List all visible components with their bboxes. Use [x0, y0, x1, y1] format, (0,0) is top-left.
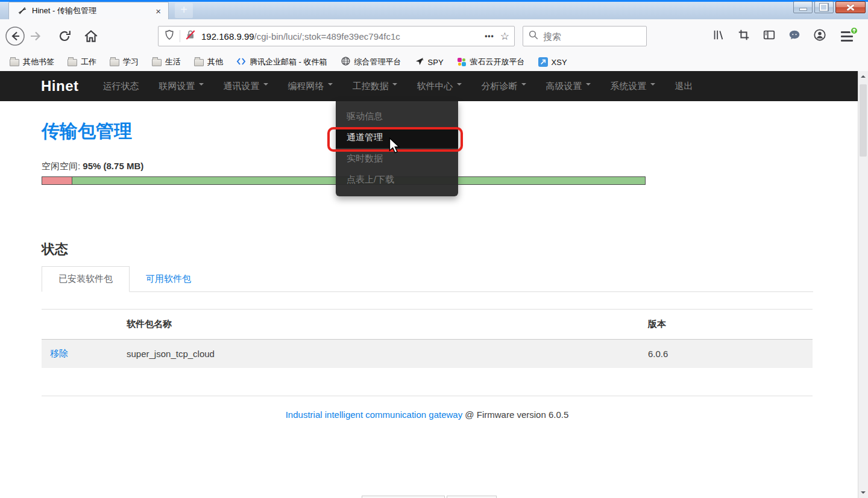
back-button[interactable]: [5, 26, 25, 46]
chevron-down-icon: [521, 83, 526, 88]
address-bar[interactable]: 192.168.9.99/cgi-bin/luci/;stok=489fe39e…: [158, 26, 515, 46]
header-version: 版本: [648, 319, 813, 330]
folder-icon: [68, 59, 77, 66]
nav-item-advanced-settings[interactable]: 高级设置: [546, 81, 591, 92]
nav-item-industrial-data[interactable]: 工控数据: [353, 81, 397, 92]
insecure-lock-icon[interactable]: [184, 29, 197, 43]
scroll-down-icon[interactable]: [861, 491, 866, 494]
sidebar-icon[interactable]: [763, 28, 776, 44]
bookmark-label: 腾讯企业邮箱 - 收件箱: [250, 57, 327, 67]
free-space-label: 空闲空间:: [42, 161, 80, 171]
update-available-badge: [850, 26, 858, 35]
plane-icon: [415, 57, 424, 68]
nav-item-software-center[interactable]: 软件中心: [417, 81, 462, 92]
menu-hamburger-icon[interactable]: [841, 31, 854, 42]
dropdown-item-realtime-data[interactable]: 实时数据: [336, 148, 458, 169]
nav-item-logout[interactable]: 退出: [675, 81, 693, 92]
chevron-down-icon: [263, 83, 268, 88]
tab-installed-packages[interactable]: 已安装软件包: [42, 266, 130, 292]
search-input[interactable]: [543, 31, 634, 42]
bookmark-spy[interactable]: SPY: [415, 57, 444, 68]
chevron-down-icon: [199, 83, 204, 88]
divider: [42, 396, 813, 396]
remove-link[interactable]: 移除: [50, 348, 68, 358]
browser-tab[interactable]: Hinet - 传输包管理 ×: [8, 2, 169, 19]
folder-icon: [152, 59, 162, 66]
nav-label: 软件中心: [417, 81, 453, 91]
bookmark-label: 工作: [81, 57, 96, 67]
restore-icon: [820, 4, 828, 11]
hinet-logo[interactable]: Hinet: [41, 78, 79, 95]
nav-item-run-status[interactable]: 运行状态: [103, 81, 139, 92]
close-icon: [846, 4, 855, 11]
forward-button[interactable]: [25, 26, 46, 46]
search-icon: [528, 30, 539, 43]
dropdown-item-point-table[interactable]: 点表上/下载: [336, 169, 458, 190]
divider: [180, 30, 180, 42]
nav-item-network-settings[interactable]: 联网设置: [159, 81, 204, 92]
bookmark-folder-work[interactable]: 工作: [68, 57, 96, 67]
chat-bubble-icon[interactable]: [788, 28, 801, 44]
page-actions-icon[interactable]: •••: [485, 32, 494, 40]
nav-item-programming-network[interactable]: 编程网络: [288, 81, 333, 92]
bookmark-ezviz[interactable]: 萤石云开放平台: [457, 57, 525, 67]
bookmark-tencent-mail[interactable]: 腾讯企业邮箱 - 收件箱: [236, 57, 327, 68]
bookmark-folder-misc[interactable]: 其他: [194, 57, 223, 67]
xsy-icon: [538, 57, 548, 67]
bookmark-management-platform[interactable]: 综合管理平台: [341, 56, 401, 68]
chevron-down-icon: [328, 83, 333, 88]
nav-item-comm-settings[interactable]: 通讯设置: [224, 81, 268, 92]
nav-item-analysis-diagnosis[interactable]: 分析诊断: [482, 81, 526, 92]
reload-button[interactable]: [54, 26, 75, 46]
bookmark-folder-other-bookmarks[interactable]: 其他书签: [10, 57, 54, 67]
vertical-scrollbar[interactable]: [858, 71, 868, 498]
nav-item-system-settings[interactable]: 系统设置: [611, 81, 655, 92]
bookmark-star-icon[interactable]: ☆: [500, 30, 509, 43]
dropdown-item-driver-info[interactable]: 驱动信息: [336, 106, 458, 127]
restore-button[interactable]: [814, 1, 834, 13]
hinet-favicon-icon: [17, 6, 27, 16]
dropdown-item-channel-management[interactable]: 通道管理: [336, 127, 458, 148]
bookmark-label: 其他: [207, 57, 223, 67]
free-space-value: 95% (8.75 MB): [83, 161, 143, 171]
nav-label: 运行状态: [103, 81, 139, 91]
url-host: 192.168.9.99: [201, 31, 254, 42]
search-bar[interactable]: [523, 26, 647, 46]
industrial-data-dropdown: 驱动信息 通道管理 实时数据 点表上/下载: [336, 101, 458, 196]
url-path: /cgi-bin/luci/;stok=489fe39ec794fc1c: [254, 31, 400, 42]
table-header-row: 软件包名称 版本: [42, 310, 813, 340]
new-tab-button[interactable]: +: [175, 3, 193, 18]
home-button[interactable]: [81, 26, 101, 46]
minimize-button[interactable]: [793, 1, 813, 13]
progress-used-segment: [42, 177, 72, 184]
bookmark-label: 综合管理平台: [354, 57, 401, 67]
bookmark-label: 其他书签: [23, 57, 54, 67]
bookmark-folder-life[interactable]: 生活: [152, 57, 181, 67]
tab-title: Hinet - 传输包管理: [32, 5, 153, 16]
tracking-shield-icon[interactable]: [163, 29, 175, 43]
chevron-down-icon: [392, 83, 397, 88]
close-window-button[interactable]: [835, 1, 866, 13]
screenshot-crop-icon[interactable]: [737, 28, 750, 44]
scroll-up-icon[interactable]: [861, 75, 866, 78]
dot: [458, 58, 462, 62]
close-tab-icon[interactable]: ×: [153, 6, 163, 16]
library-icon[interactable]: [712, 28, 725, 44]
nav-label: 系统设置: [611, 81, 647, 91]
cell-action: 移除: [42, 348, 127, 359]
table-row: 移除 super_json_tcp_cloud 6.0.6: [42, 340, 813, 368]
account-icon[interactable]: [813, 28, 826, 44]
gateway-link[interactable]: Industrial intelligent communication gat…: [286, 409, 463, 420]
tab-available-packages[interactable]: 可用软件包: [130, 267, 207, 291]
bookmark-folder-study[interactable]: 学习: [110, 57, 139, 67]
bookmark-label: 生活: [165, 57, 181, 67]
scrollbar-thumb[interactable]: [860, 84, 867, 157]
bookmark-label: 学习: [123, 57, 139, 67]
bookmark-label: SPY: [428, 58, 444, 67]
browser-window: Hinet - 传输包管理 × +: [0, 0, 868, 498]
bookmark-xsy[interactable]: XSY: [538, 57, 567, 67]
globe-icon: [341, 56, 351, 68]
cell-package-name: super_json_tcp_cloud: [127, 349, 648, 359]
nav-label: 通讯设置: [224, 81, 260, 91]
window-controls: [793, 1, 866, 13]
